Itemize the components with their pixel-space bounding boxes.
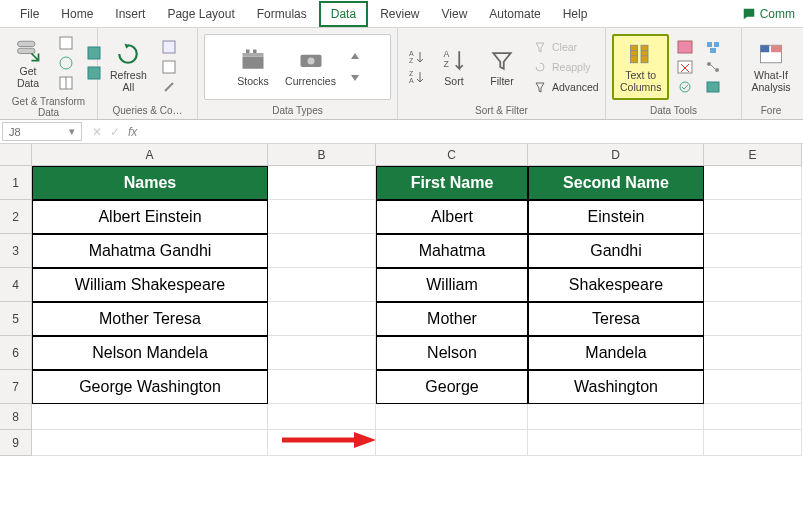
cell-A3[interactable]: Mahatma Gandhi — [32, 234, 268, 268]
cell-B7[interactable] — [268, 370, 376, 404]
whatif-button[interactable]: What-If Analysis — [748, 36, 794, 97]
cell-B6[interactable] — [268, 336, 376, 370]
advanced-button[interactable]: Advanced — [528, 78, 603, 96]
flash-fill-button[interactable] — [673, 38, 697, 56]
from-table-button[interactable] — [54, 74, 78, 92]
row-header-2[interactable]: 2 — [0, 200, 32, 234]
tab-pagelayout[interactable]: Page Layout — [157, 3, 244, 25]
cell-E7[interactable] — [704, 370, 802, 404]
cell-C1[interactable]: First Name — [376, 166, 528, 200]
col-header-E[interactable]: E — [704, 144, 802, 166]
manage-model-button[interactable] — [701, 78, 725, 96]
tab-file[interactable]: File — [10, 3, 49, 25]
tab-data[interactable]: Data — [319, 1, 368, 27]
cell-D4[interactable]: Shakespeare — [528, 268, 704, 302]
relationships-button[interactable] — [701, 58, 725, 76]
cell-A6[interactable]: Nelson Mandela — [32, 336, 268, 370]
cell-A8[interactable] — [32, 404, 268, 430]
cell-C6[interactable]: Nelson — [376, 336, 528, 370]
cell-B8[interactable] — [268, 404, 376, 430]
cell-D5[interactable]: Teresa — [528, 302, 704, 336]
comments-button[interactable]: Comm — [734, 3, 803, 25]
cell-C3[interactable]: Mahatma — [376, 234, 528, 268]
cell-E8[interactable] — [704, 404, 802, 430]
cell-A9[interactable] — [32, 430, 268, 456]
col-header-D[interactable]: D — [528, 144, 704, 166]
row-header-5[interactable]: 5 — [0, 302, 32, 336]
row-header-4[interactable]: 4 — [0, 268, 32, 302]
from-text-button[interactable] — [54, 34, 78, 52]
cell-B4[interactable] — [268, 268, 376, 302]
cell-B2[interactable] — [268, 200, 376, 234]
cell-E9[interactable] — [704, 430, 802, 456]
cell-D6[interactable]: Mandela — [528, 336, 704, 370]
cell-A4[interactable]: William Shakespeare — [32, 268, 268, 302]
cell-E6[interactable] — [704, 336, 802, 370]
datatypes-up-icon[interactable] — [350, 51, 360, 61]
cell-A7[interactable]: George Washington — [32, 370, 268, 404]
cell-D9[interactable] — [528, 430, 704, 456]
cell-E5[interactable] — [704, 302, 802, 336]
col-header-A[interactable]: A — [32, 144, 268, 166]
cell-D7[interactable]: Washington — [528, 370, 704, 404]
edit-links-button[interactable] — [157, 78, 181, 96]
properties-button[interactable] — [157, 58, 181, 76]
cell-D3[interactable]: Gandhi — [528, 234, 704, 268]
formula-bar-input[interactable] — [145, 124, 803, 140]
sort-button[interactable]: AZ Sort — [432, 42, 476, 92]
consolidate-button[interactable] — [701, 38, 725, 56]
name-box[interactable]: J8 ▾ — [2, 122, 82, 141]
col-header-C[interactable]: C — [376, 144, 528, 166]
cell-B9[interactable] — [268, 430, 376, 456]
col-header-B[interactable]: B — [268, 144, 376, 166]
fx-icon[interactable]: fx — [128, 125, 137, 139]
from-web-button[interactable] — [54, 54, 78, 72]
cancel-icon[interactable]: ✕ — [92, 125, 102, 139]
tab-help[interactable]: Help — [553, 3, 598, 25]
tab-formulas[interactable]: Formulas — [247, 3, 317, 25]
datatypes-down-icon[interactable] — [350, 73, 360, 83]
tab-view[interactable]: View — [432, 3, 478, 25]
cell-D8[interactable] — [528, 404, 704, 430]
cell-C4[interactable]: William — [376, 268, 528, 302]
row-header-9[interactable]: 9 — [0, 430, 32, 456]
text-to-columns-button[interactable]: Text to Columns — [612, 34, 669, 99]
remove-dupes-button[interactable] — [673, 58, 697, 76]
currencies-button[interactable]: Currencies — [279, 42, 342, 92]
cell-D1[interactable]: Second Name — [528, 166, 704, 200]
cell-C9[interactable] — [376, 430, 528, 456]
queries-button[interactable] — [157, 38, 181, 56]
cell-E4[interactable] — [704, 268, 802, 302]
sort-az-button[interactable]: AZ — [404, 48, 428, 66]
filter-button[interactable]: Filter — [480, 42, 524, 92]
cell-C5[interactable]: Mother — [376, 302, 528, 336]
select-all-corner[interactable] — [0, 144, 32, 166]
cell-E2[interactable] — [704, 200, 802, 234]
tab-home[interactable]: Home — [51, 3, 103, 25]
tab-insert[interactable]: Insert — [105, 3, 155, 25]
cell-E3[interactable] — [704, 234, 802, 268]
row-header-7[interactable]: 7 — [0, 370, 32, 404]
row-header-8[interactable]: 8 — [0, 404, 32, 430]
cell-C7[interactable]: George — [376, 370, 528, 404]
row-header-3[interactable]: 3 — [0, 234, 32, 268]
clear-button[interactable]: Clear — [528, 38, 603, 56]
cell-B1[interactable] — [268, 166, 376, 200]
enter-icon[interactable]: ✓ — [110, 125, 120, 139]
cell-E1[interactable] — [704, 166, 802, 200]
cell-A1[interactable]: Names — [32, 166, 268, 200]
data-validation-button[interactable] — [673, 78, 697, 96]
cell-C8[interactable] — [376, 404, 528, 430]
cell-A2[interactable]: Albert Einstein — [32, 200, 268, 234]
refresh-all-button[interactable]: Refresh All — [104, 36, 153, 97]
tab-review[interactable]: Review — [370, 3, 429, 25]
cell-B3[interactable] — [268, 234, 376, 268]
cell-C2[interactable]: Albert — [376, 200, 528, 234]
cell-D2[interactable]: Einstein — [528, 200, 704, 234]
row-header-6[interactable]: 6 — [0, 336, 32, 370]
tab-automate[interactable]: Automate — [479, 3, 550, 25]
sort-za-button[interactable]: ZA — [404, 68, 428, 86]
row-header-1[interactable]: 1 — [0, 166, 32, 200]
reapply-button[interactable]: Reapply — [528, 58, 603, 76]
stocks-button[interactable]: Stocks — [231, 42, 275, 92]
